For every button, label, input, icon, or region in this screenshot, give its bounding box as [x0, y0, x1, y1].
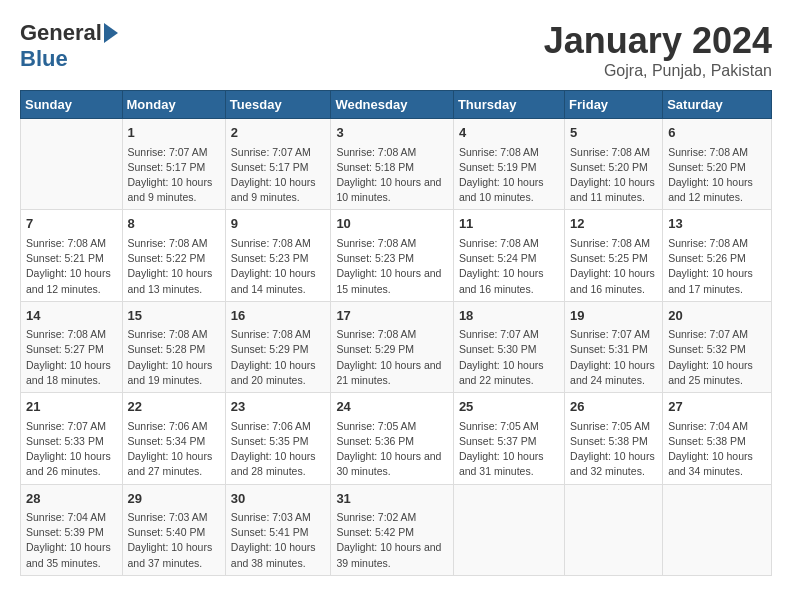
calendar-cell: 13Sunrise: 7:08 AM Sunset: 5:26 PM Dayli…	[663, 210, 772, 301]
calendar-cell: 26Sunrise: 7:05 AM Sunset: 5:38 PM Dayli…	[565, 393, 663, 484]
calendar-cell: 14Sunrise: 7:08 AM Sunset: 5:27 PM Dayli…	[21, 301, 123, 392]
calendar-cell: 28Sunrise: 7:04 AM Sunset: 5:39 PM Dayli…	[21, 484, 123, 575]
day-number: 26	[570, 397, 657, 417]
cell-content: Sunrise: 7:04 AM Sunset: 5:39 PM Dayligh…	[26, 510, 117, 571]
weekday-header: Monday	[122, 91, 225, 119]
day-number: 22	[128, 397, 220, 417]
day-number: 14	[26, 306, 117, 326]
calendar-cell: 2Sunrise: 7:07 AM Sunset: 5:17 PM Daylig…	[225, 119, 331, 210]
cell-content: Sunrise: 7:07 AM Sunset: 5:31 PM Dayligh…	[570, 327, 657, 388]
cell-content: Sunrise: 7:06 AM Sunset: 5:34 PM Dayligh…	[128, 419, 220, 480]
day-number: 25	[459, 397, 559, 417]
cell-content: Sunrise: 7:07 AM Sunset: 5:17 PM Dayligh…	[128, 145, 220, 206]
cell-content: Sunrise: 7:03 AM Sunset: 5:40 PM Dayligh…	[128, 510, 220, 571]
calendar-cell: 29Sunrise: 7:03 AM Sunset: 5:40 PM Dayli…	[122, 484, 225, 575]
weekday-row: SundayMondayTuesdayWednesdayThursdayFrid…	[21, 91, 772, 119]
calendar-header: SundayMondayTuesdayWednesdayThursdayFrid…	[21, 91, 772, 119]
weekday-header: Tuesday	[225, 91, 331, 119]
calendar-cell: 31Sunrise: 7:02 AM Sunset: 5:42 PM Dayli…	[331, 484, 454, 575]
day-number: 7	[26, 214, 117, 234]
calendar-week-row: 14Sunrise: 7:08 AM Sunset: 5:27 PM Dayli…	[21, 301, 772, 392]
cell-content: Sunrise: 7:08 AM Sunset: 5:18 PM Dayligh…	[336, 145, 448, 206]
day-number: 27	[668, 397, 766, 417]
cell-content: Sunrise: 7:02 AM Sunset: 5:42 PM Dayligh…	[336, 510, 448, 571]
logo-general-text: General	[20, 20, 102, 46]
day-number: 16	[231, 306, 326, 326]
day-number: 23	[231, 397, 326, 417]
day-number: 24	[336, 397, 448, 417]
calendar-cell: 10Sunrise: 7:08 AM Sunset: 5:23 PM Dayli…	[331, 210, 454, 301]
calendar-cell: 18Sunrise: 7:07 AM Sunset: 5:30 PM Dayli…	[453, 301, 564, 392]
logo: General Blue	[20, 20, 118, 72]
calendar-cell	[565, 484, 663, 575]
calendar-cell: 1Sunrise: 7:07 AM Sunset: 5:17 PM Daylig…	[122, 119, 225, 210]
day-number: 28	[26, 489, 117, 509]
title-section: January 2024 Gojra, Punjab, Pakistan	[544, 20, 772, 80]
day-number: 17	[336, 306, 448, 326]
cell-content: Sunrise: 7:08 AM Sunset: 5:27 PM Dayligh…	[26, 327, 117, 388]
cell-content: Sunrise: 7:08 AM Sunset: 5:23 PM Dayligh…	[336, 236, 448, 297]
cell-content: Sunrise: 7:08 AM Sunset: 5:26 PM Dayligh…	[668, 236, 766, 297]
day-number: 1	[128, 123, 220, 143]
calendar-cell: 20Sunrise: 7:07 AM Sunset: 5:32 PM Dayli…	[663, 301, 772, 392]
calendar-cell: 9Sunrise: 7:08 AM Sunset: 5:23 PM Daylig…	[225, 210, 331, 301]
day-number: 13	[668, 214, 766, 234]
calendar-cell: 8Sunrise: 7:08 AM Sunset: 5:22 PM Daylig…	[122, 210, 225, 301]
day-number: 29	[128, 489, 220, 509]
cell-content: Sunrise: 7:04 AM Sunset: 5:38 PM Dayligh…	[668, 419, 766, 480]
calendar-week-row: 7Sunrise: 7:08 AM Sunset: 5:21 PM Daylig…	[21, 210, 772, 301]
location-text: Gojra, Punjab, Pakistan	[544, 62, 772, 80]
cell-content: Sunrise: 7:08 AM Sunset: 5:25 PM Dayligh…	[570, 236, 657, 297]
page-header: General Blue January 2024 Gojra, Punjab,…	[20, 20, 772, 80]
cell-content: Sunrise: 7:08 AM Sunset: 5:28 PM Dayligh…	[128, 327, 220, 388]
calendar-week-row: 28Sunrise: 7:04 AM Sunset: 5:39 PM Dayli…	[21, 484, 772, 575]
calendar-cell: 6Sunrise: 7:08 AM Sunset: 5:20 PM Daylig…	[663, 119, 772, 210]
calendar-cell: 25Sunrise: 7:05 AM Sunset: 5:37 PM Dayli…	[453, 393, 564, 484]
cell-content: Sunrise: 7:08 AM Sunset: 5:19 PM Dayligh…	[459, 145, 559, 206]
weekday-header: Friday	[565, 91, 663, 119]
day-number: 18	[459, 306, 559, 326]
calendar-cell: 15Sunrise: 7:08 AM Sunset: 5:28 PM Dayli…	[122, 301, 225, 392]
calendar-cell: 12Sunrise: 7:08 AM Sunset: 5:25 PM Dayli…	[565, 210, 663, 301]
day-number: 4	[459, 123, 559, 143]
calendar-cell	[663, 484, 772, 575]
day-number: 19	[570, 306, 657, 326]
calendar-cell: 17Sunrise: 7:08 AM Sunset: 5:29 PM Dayli…	[331, 301, 454, 392]
calendar-cell: 16Sunrise: 7:08 AM Sunset: 5:29 PM Dayli…	[225, 301, 331, 392]
day-number: 12	[570, 214, 657, 234]
calendar-cell: 5Sunrise: 7:08 AM Sunset: 5:20 PM Daylig…	[565, 119, 663, 210]
cell-content: Sunrise: 7:07 AM Sunset: 5:30 PM Dayligh…	[459, 327, 559, 388]
cell-content: Sunrise: 7:08 AM Sunset: 5:29 PM Dayligh…	[336, 327, 448, 388]
calendar-cell	[453, 484, 564, 575]
day-number: 3	[336, 123, 448, 143]
calendar-cell: 24Sunrise: 7:05 AM Sunset: 5:36 PM Dayli…	[331, 393, 454, 484]
month-title: January 2024	[544, 20, 772, 62]
calendar-cell: 19Sunrise: 7:07 AM Sunset: 5:31 PM Dayli…	[565, 301, 663, 392]
calendar-cell: 7Sunrise: 7:08 AM Sunset: 5:21 PM Daylig…	[21, 210, 123, 301]
day-number: 6	[668, 123, 766, 143]
day-number: 15	[128, 306, 220, 326]
cell-content: Sunrise: 7:08 AM Sunset: 5:20 PM Dayligh…	[570, 145, 657, 206]
cell-content: Sunrise: 7:08 AM Sunset: 5:20 PM Dayligh…	[668, 145, 766, 206]
day-number: 9	[231, 214, 326, 234]
day-number: 5	[570, 123, 657, 143]
cell-content: Sunrise: 7:08 AM Sunset: 5:22 PM Dayligh…	[128, 236, 220, 297]
cell-content: Sunrise: 7:05 AM Sunset: 5:37 PM Dayligh…	[459, 419, 559, 480]
cell-content: Sunrise: 7:05 AM Sunset: 5:38 PM Dayligh…	[570, 419, 657, 480]
day-number: 8	[128, 214, 220, 234]
cell-content: Sunrise: 7:08 AM Sunset: 5:23 PM Dayligh…	[231, 236, 326, 297]
calendar-cell: 4Sunrise: 7:08 AM Sunset: 5:19 PM Daylig…	[453, 119, 564, 210]
day-number: 21	[26, 397, 117, 417]
cell-content: Sunrise: 7:08 AM Sunset: 5:21 PM Dayligh…	[26, 236, 117, 297]
cell-content: Sunrise: 7:07 AM Sunset: 5:33 PM Dayligh…	[26, 419, 117, 480]
calendar-cell: 11Sunrise: 7:08 AM Sunset: 5:24 PM Dayli…	[453, 210, 564, 301]
logo-arrow-icon	[104, 23, 118, 43]
day-number: 30	[231, 489, 326, 509]
cell-content: Sunrise: 7:05 AM Sunset: 5:36 PM Dayligh…	[336, 419, 448, 480]
weekday-header: Saturday	[663, 91, 772, 119]
weekday-header: Thursday	[453, 91, 564, 119]
cell-content: Sunrise: 7:03 AM Sunset: 5:41 PM Dayligh…	[231, 510, 326, 571]
cell-content: Sunrise: 7:07 AM Sunset: 5:32 PM Dayligh…	[668, 327, 766, 388]
calendar-body: 1Sunrise: 7:07 AM Sunset: 5:17 PM Daylig…	[21, 119, 772, 576]
logo-blue-text: Blue	[20, 46, 68, 72]
